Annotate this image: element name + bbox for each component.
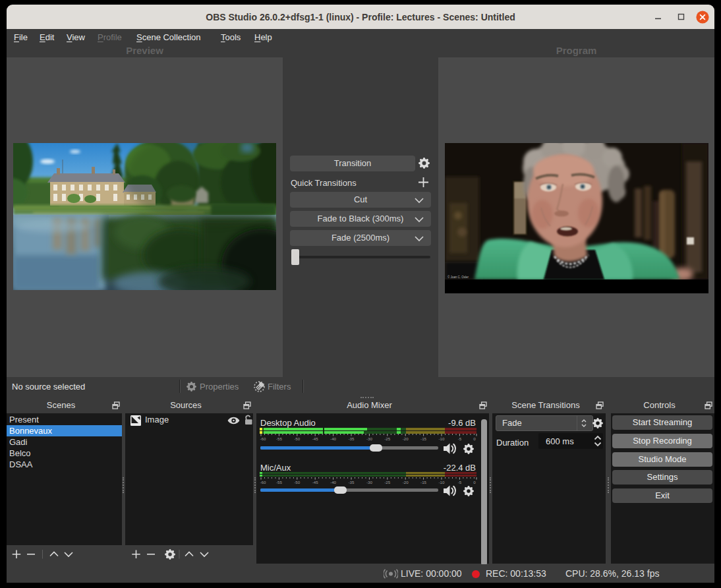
svg-text:© Joan C. Osler: © Joan C. Osler bbox=[447, 275, 469, 279]
